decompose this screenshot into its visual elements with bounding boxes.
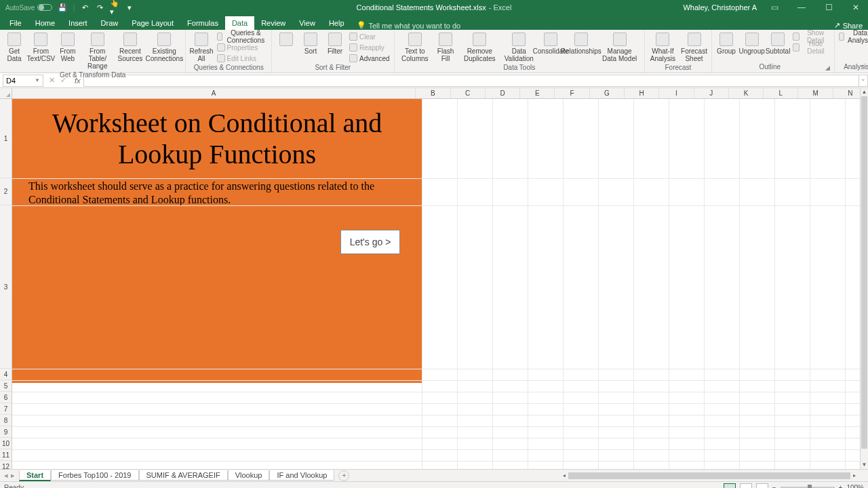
column-header-a[interactable]: A: [12, 88, 416, 98]
sheet-nav-last-button[interactable]: ▸: [11, 471, 15, 480]
tab-file[interactable]: File: [3, 16, 28, 30]
formula-input[interactable]: [83, 75, 859, 87]
filter-button[interactable]: Filter: [323, 31, 347, 56]
sheet-tab-vlookup[interactable]: Vlookup: [228, 470, 270, 481]
sheet-nav-first-button[interactable]: ◂: [4, 471, 8, 480]
tell-me-search[interactable]: 💡 Tell me what you want to do: [351, 21, 467, 30]
column-header-m[interactable]: M: [798, 88, 833, 98]
from-table-button[interactable]: From Table/ Range: [81, 31, 115, 71]
undo-button[interactable]: ↶: [80, 3, 90, 12]
column-header-f[interactable]: F: [555, 88, 589, 98]
manage-data-model-button[interactable]: Manage Data Model: [597, 31, 642, 64]
outline-dialog-launcher[interactable]: ◢: [825, 64, 830, 71]
forecast-sheet-button[interactable]: Forecast Sheet: [679, 31, 709, 64]
existing-connections-button[interactable]: Existing Connections: [146, 31, 182, 64]
refresh-all-button[interactable]: Refresh All: [189, 31, 214, 64]
group-button[interactable]: Group: [715, 31, 738, 56]
column-header-g[interactable]: G: [590, 88, 625, 98]
column-header-c[interactable]: C: [451, 88, 486, 98]
subtotal-button[interactable]: Subtotal: [766, 31, 790, 56]
sheet-tab-start[interactable]: Start: [19, 470, 51, 481]
maximize-button[interactable]: ☐: [819, 3, 838, 12]
queries-connections-button[interactable]: Queries & Connections: [216, 31, 269, 42]
touch-mode-button[interactable]: 👆▾: [110, 3, 119, 12]
row-header-11[interactable]: 11: [0, 449, 12, 461]
tab-data[interactable]: Data: [225, 16, 254, 30]
cell-a5[interactable]: [12, 371, 422, 383]
tab-home[interactable]: Home: [28, 16, 62, 30]
minimize-button[interactable]: —: [792, 3, 811, 12]
tab-draw[interactable]: Draw: [94, 16, 125, 30]
worksheet-title[interactable]: Worksheet on Conditional and Lookup Func…: [12, 99, 422, 178]
page-layout-view-button[interactable]: [740, 483, 752, 489]
cell-a4[interactable]: Let's go >: [12, 208, 422, 371]
column-header-h[interactable]: H: [625, 88, 659, 98]
zoom-slider-thumb[interactable]: [808, 485, 812, 489]
add-sheet-button[interactable]: +: [338, 470, 349, 481]
column-header-k[interactable]: K: [729, 88, 764, 98]
row-header-5[interactable]: 5: [0, 380, 12, 392]
data-analysis-button[interactable]: Data Analysis: [837, 31, 868, 42]
zoom-in-button[interactable]: +: [839, 484, 843, 488]
ungroup-button[interactable]: Ungroup: [739, 31, 764, 56]
row-header-8[interactable]: 8: [0, 415, 12, 426]
whatif-button[interactable]: What-If Analysis: [648, 31, 678, 64]
advanced-button[interactable]: Advanced: [348, 53, 391, 64]
row-header-4[interactable]: 4: [0, 369, 12, 380]
column-header-e[interactable]: E: [520, 88, 555, 98]
scroll-down-button[interactable]: ▼: [861, 461, 868, 469]
from-textcsv-button[interactable]: From Text/CSV: [27, 31, 55, 64]
worksheet-description[interactable]: This worksheet should serve as a practic…: [12, 178, 422, 208]
tab-review[interactable]: Review: [254, 16, 292, 30]
sort-az-button[interactable]: [275, 31, 298, 49]
formula-bar-expand-button[interactable]: ⌄: [859, 75, 868, 87]
horizontal-scrollbar[interactable]: ◂ ▸: [560, 472, 859, 480]
column-header-b[interactable]: B: [416, 88, 450, 98]
tab-help[interactable]: Help: [322, 16, 351, 30]
scroll-up-button[interactable]: ▲: [861, 88, 868, 96]
from-web-button[interactable]: From Web: [56, 31, 79, 64]
remove-duplicates-button[interactable]: Remove Duplicates: [458, 31, 500, 64]
ribbon-display-button[interactable]: ▭: [765, 3, 784, 12]
row-header-10[interactable]: 10: [0, 438, 12, 449]
column-header-i[interactable]: I: [659, 88, 694, 98]
row-header-3[interactable]: 3: [0, 205, 12, 369]
row-header-9[interactable]: 9: [0, 426, 12, 438]
column-header-j[interactable]: J: [694, 88, 729, 98]
autosave-toggle[interactable]: AutoSave: [5, 4, 52, 12]
vertical-scrollbar[interactable]: ▲ ▼: [860, 88, 868, 469]
sheet-tab-sumif[interactable]: SUMIF & AVERAGEIF: [139, 470, 228, 481]
sheet-tab-ifvlookup[interactable]: IF and Vlookup: [269, 470, 334, 481]
tab-formulas[interactable]: Formulas: [180, 16, 225, 30]
flash-fill-button[interactable]: Flash Fill: [434, 31, 457, 64]
normal-view-button[interactable]: [724, 483, 736, 489]
tab-page-layout[interactable]: Page Layout: [125, 16, 180, 30]
save-icon[interactable]: 💾: [58, 3, 67, 12]
row-header-6[interactable]: 6: [0, 392, 12, 403]
vscroll-thumb[interactable]: [861, 96, 867, 449]
sort-button[interactable]: Sort: [299, 31, 322, 56]
data-validation-button[interactable]: Data Validation: [502, 31, 536, 64]
row-header-2[interactable]: 2: [0, 178, 12, 205]
text-to-columns-button[interactable]: Text to Columns: [397, 31, 433, 64]
tab-insert[interactable]: Insert: [62, 16, 94, 30]
close-button[interactable]: ✕: [846, 3, 865, 12]
hscroll-thumb[interactable]: [568, 472, 850, 479]
page-break-view-button[interactable]: [756, 483, 768, 489]
zoom-level[interactable]: 100%: [846, 484, 864, 488]
sheet-tab-forbes[interactable]: Forbes Top100 - 2019: [51, 470, 138, 481]
redo-button[interactable]: ↷: [95, 3, 104, 12]
recent-sources-button[interactable]: Recent Sources: [116, 31, 145, 64]
lets-go-button[interactable]: Let's go >: [340, 230, 400, 254]
collapse-ribbon-button[interactable]: ⌃: [860, 64, 865, 71]
scroll-left-button[interactable]: ◂: [560, 472, 568, 479]
row-header-7[interactable]: 7: [0, 403, 12, 415]
zoom-out-button[interactable]: −: [772, 484, 776, 488]
get-data-button[interactable]: Get Data: [3, 31, 26, 64]
user-name[interactable]: Whaley, Christopher A: [683, 3, 757, 12]
select-all-button[interactable]: [0, 88, 12, 98]
tab-view[interactable]: View: [292, 16, 322, 30]
column-header-d[interactable]: D: [486, 88, 520, 98]
qat-customize-button[interactable]: ▾: [125, 3, 134, 12]
spreadsheet-grid[interactable]: Worksheet on Conditional and Lookup Func…: [12, 99, 868, 469]
